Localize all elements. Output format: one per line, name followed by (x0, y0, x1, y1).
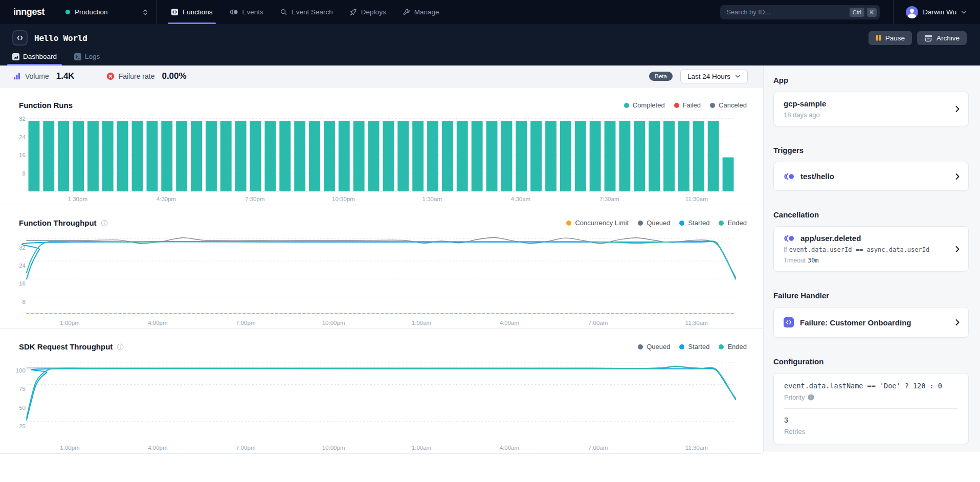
cancellation-heading: Cancellation (773, 210, 969, 219)
failure-rate-value: 0.00% (162, 71, 186, 81)
chevron-right-icon (955, 319, 960, 326)
svg-text:1:00pm: 1:00pm (60, 320, 79, 326)
svg-text:4:00am: 4:00am (500, 445, 519, 451)
svg-text:7:00am: 7:00am (588, 445, 608, 451)
pause-icon (876, 35, 881, 41)
legend-dot (719, 344, 724, 349)
cancellation-if-row: Ifevent.data.userId == async.data.userId (784, 246, 948, 253)
svg-text:11:30am: 11:30am (685, 196, 708, 202)
inngest-logo[interactable]: inngest (0, 0, 56, 24)
cancellation-section: Cancellation app/user.deleted Ifevent.da… (773, 210, 969, 272)
info-filled-icon[interactable] (808, 394, 814, 401)
svg-text:16: 16 (19, 280, 26, 287)
svg-text:1:00am: 1:00am (412, 445, 431, 451)
volume-value: 1.4K (56, 71, 75, 81)
function-runs-section: Function Runs CompletedFailedCanceled 81… (0, 87, 763, 205)
environment-label: Production (75, 8, 137, 16)
chevron-right-icon (955, 246, 960, 252)
app-updated: 18 days ago (784, 111, 948, 119)
trigger-card[interactable]: test/hello (773, 162, 969, 191)
failure-handler-card[interactable]: Failure: Customer Onboarding (773, 307, 969, 338)
volume-icon (13, 72, 21, 80)
configuration-heading: Configuration (773, 357, 969, 366)
nav-tab-deploys[interactable]: Deploys (341, 0, 394, 24)
if-label: If (784, 246, 787, 253)
sdk-request-throughput-chart[interactable]: 2550751001:00pm4:00pm7:00pm10:00pm1:00am… (7, 358, 741, 453)
legend-item: Started (679, 219, 709, 227)
time-range-dropdown[interactable]: Last 24 Hours (680, 70, 748, 83)
rocket-icon (349, 8, 357, 16)
volume-label: Volume (25, 72, 49, 80)
nav-tab-events[interactable]: Events (221, 0, 272, 24)
svg-text:8: 8 (23, 299, 26, 305)
avatar (906, 6, 918, 18)
triggers-section: Triggers test/hello (773, 146, 969, 191)
chart-title: SDK Request Throughput (19, 342, 113, 351)
nav-tab-functions[interactable]: Functions (163, 0, 221, 24)
tab-dashboard[interactable]: Dashboard (7, 49, 62, 65)
legend-item: Started (679, 343, 709, 350)
legend-item: Failed (674, 101, 701, 109)
tab-label: Dashboard (23, 53, 57, 60)
beta-badge: Beta (649, 72, 673, 81)
dashboard-icon (12, 53, 19, 60)
info-icon[interactable] (101, 220, 108, 227)
svg-text:10:30pm: 10:30pm (332, 196, 355, 202)
info-icon[interactable] (117, 343, 124, 350)
priority-expression: event.data.lastName == 'Doe' ? 120 : 0 (784, 382, 958, 390)
function-badge-icon (12, 30, 28, 46)
tab-logs[interactable]: Logs (69, 49, 105, 65)
environment-switcher[interactable]: Production (56, 0, 157, 24)
function-throughput-chart[interactable]: 81624321:00pm4:00pm7:00pm10:00pm1:00am4:… (7, 234, 741, 328)
legend-dot (624, 103, 629, 108)
user-menu[interactable]: Darwin Wu (893, 0, 980, 24)
event-trigger-icon (784, 234, 794, 243)
svg-text:1:00am: 1:00am (412, 320, 431, 326)
chevron-down-icon (735, 74, 741, 78)
ctrl-key-badge: Ctrl (850, 8, 864, 17)
chart-legend: CompletedFailedCanceled (624, 101, 747, 109)
chart-svg: 81624321:00pm4:00pm7:00pm10:00pm1:00am4:… (7, 234, 741, 328)
archive-button[interactable]: Archive (917, 31, 967, 45)
cancellation-card[interactable]: app/user.deleted Ifevent.data.userId == … (773, 226, 969, 272)
configuration-card: event.data.lastName == 'Doe' ? 120 : 0 P… (773, 373, 969, 444)
chart-svg: 81624321:30pm4:30pm7:30pm10:30pm1:30am4:… (7, 115, 741, 205)
pause-button[interactable]: Pause (868, 31, 912, 45)
nav-tab-label: Functions (183, 8, 213, 16)
legend-item: Canceled (710, 101, 747, 109)
top-nav: inngest Production Functions Events Even… (0, 0, 980, 24)
divider (784, 408, 958, 409)
svg-text:7:30pm: 7:30pm (245, 196, 264, 202)
function-header: Hello World Pause Archive Dashboard (0, 24, 980, 65)
svg-text:50: 50 (19, 405, 26, 411)
legend-dot (566, 221, 571, 226)
nav-tab-event-search[interactable]: Event Search (272, 0, 341, 24)
trigger-event-name: test/hello (800, 172, 834, 181)
wrench-icon (403, 8, 410, 16)
function-code-icon (784, 317, 794, 327)
chart-legend: QueuedStartedEnded (638, 343, 747, 350)
svg-text:7:00pm: 7:00pm (236, 320, 255, 326)
svg-text:4:30pm: 4:30pm (157, 196, 176, 202)
functions-icon (171, 8, 179, 16)
svg-text:11:30am: 11:30am (685, 320, 708, 326)
svg-text:7:00pm: 7:00pm (236, 445, 255, 451)
svg-text:7:00am: 7:00am (588, 320, 608, 326)
legend-dot (638, 344, 643, 349)
nav-tab-manage[interactable]: Manage (394, 0, 448, 24)
search-input[interactable]: Search by ID... Ctrl K (720, 5, 880, 19)
svg-text:1:00pm: 1:00pm (60, 445, 79, 451)
k-key-badge: K (867, 8, 877, 17)
triggers-heading: Triggers (773, 146, 969, 155)
retries-value: 3 (784, 416, 958, 424)
app-section: App gcp-sample 18 days ago (773, 76, 969, 126)
svg-text:4:00pm: 4:00pm (148, 320, 167, 326)
app-card[interactable]: gcp-sample 18 days ago (773, 92, 969, 126)
svg-text:4:00pm: 4:00pm (148, 445, 167, 451)
function-runs-chart[interactable]: 81624321:30pm4:30pm7:30pm10:30pm1:30am4:… (7, 115, 741, 205)
svg-text:1:30pm: 1:30pm (68, 196, 87, 202)
svg-text:8: 8 (23, 170, 26, 177)
updown-chevron-icon (142, 8, 149, 16)
nav-tab-label: Event Search (292, 8, 333, 16)
dashboard-main: Volume 1.4K Failure rate 0.00% Beta Last… (0, 65, 763, 452)
